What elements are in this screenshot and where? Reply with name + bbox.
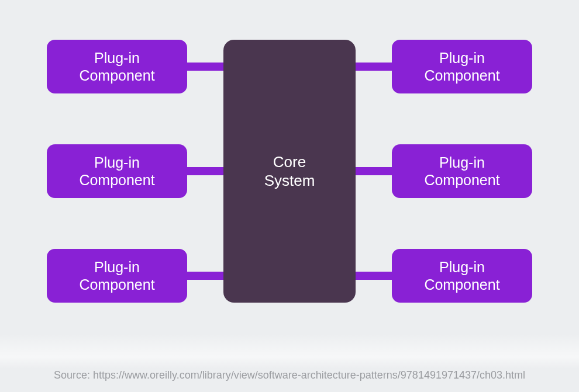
connector-left-1 (187, 63, 223, 71)
connector-right-3 (356, 272, 392, 280)
diagram-canvas: Core System Plug-in Component Plug-in Co… (0, 0, 579, 392)
plugin-label: Plug-in Component (79, 49, 154, 84)
plugin-right-3: Plug-in Component (392, 249, 532, 303)
plugin-right-2: Plug-in Component (392, 144, 532, 198)
core-system-label: Core System (264, 152, 315, 190)
connector-left-3 (187, 272, 223, 280)
plugin-label: Plug-in Component (79, 258, 154, 293)
bottom-fade (0, 334, 579, 369)
source-citation: Source: https://www.oreilly.com/library/… (0, 369, 579, 381)
plugin-label: Plug-in Component (424, 154, 499, 189)
plugin-label: Plug-in Component (424, 49, 499, 84)
source-prefix: Source: (54, 369, 93, 381)
connector-right-2 (356, 167, 392, 175)
connector-left-2 (187, 167, 223, 175)
plugin-left-2: Plug-in Component (47, 144, 187, 198)
core-system-box: Core System (223, 40, 356, 303)
plugin-left-3: Plug-in Component (47, 249, 187, 303)
source-url: https://www.oreilly.com/library/view/sof… (93, 369, 525, 381)
plugin-label: Plug-in Component (424, 258, 499, 293)
plugin-right-1: Plug-in Component (392, 40, 532, 93)
connector-right-1 (356, 63, 392, 71)
plugin-label: Plug-in Component (79, 154, 154, 189)
plugin-left-1: Plug-in Component (47, 40, 187, 93)
